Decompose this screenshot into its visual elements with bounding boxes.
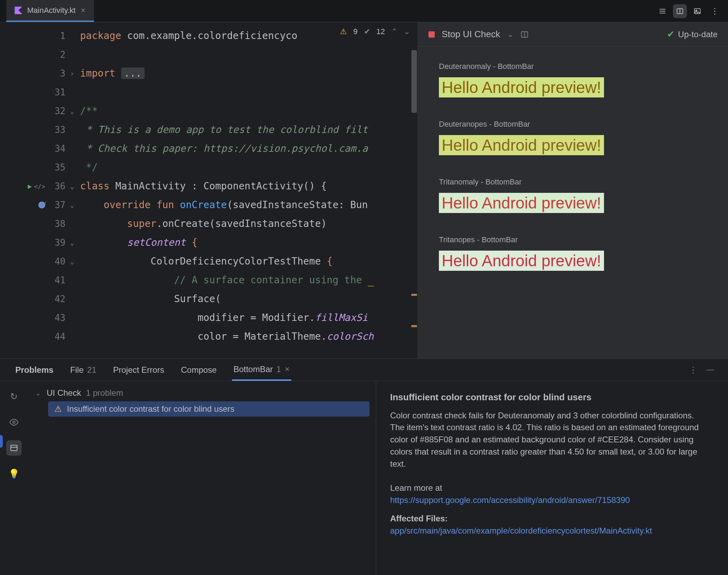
tab-project-errors[interactable]: Project Errors — [112, 359, 166, 381]
ok-count: 12 — [377, 27, 385, 36]
fold-collapse-icon[interactable]: ⌄ — [68, 238, 76, 247]
preview-header: Stop UI Check ⌄ ✔ Up-to-date — [418, 22, 728, 47]
affected-files-label: Affected Files: — [390, 513, 714, 525]
preview-pane: Stop UI Check ⌄ ✔ Up-to-date Deuteranoma… — [418, 22, 728, 359]
warning-badge-icon[interactable]: ⚠ — [340, 27, 347, 36]
scrollbar-warning-mark[interactable] — [411, 325, 417, 327]
detail-paragraph: The item's text contrast ratio is 4.02. … — [390, 422, 714, 470]
line-number: 43 — [48, 313, 65, 323]
line-number: 1 — [48, 31, 65, 41]
more-options-icon[interactable] — [708, 4, 722, 18]
refresh-icon[interactable]: ↻ — [6, 389, 22, 404]
tab-problems[interactable]: Problems — [14, 359, 55, 381]
editor-gutter: 1 2 3› 31 32⌄ 33 34 35 ▶</>36⌄ 37⌄ 38 39… — [0, 22, 80, 359]
tree-item-selected[interactable]: ⚠ Insufficient color contrast for color … — [48, 401, 370, 417]
stop-icon[interactable] — [428, 31, 435, 38]
intention-bulb-icon[interactable]: 💡 — [6, 466, 22, 481]
preview-layout-icon[interactable] — [520, 30, 529, 39]
prev-highlight-icon[interactable]: ⌃ — [391, 27, 397, 36]
line-number: 39 — [48, 237, 65, 248]
preview-dropdown-icon[interactable]: ⌄ — [507, 30, 513, 39]
close-tab-icon[interactable]: ✕ — [285, 365, 290, 373]
tool-window-stripe-marker[interactable] — [0, 435, 3, 448]
ok-badge-icon[interactable]: ✔ — [364, 27, 370, 36]
fold-collapse-icon[interactable]: ⌄ — [68, 182, 76, 190]
details-view-icon[interactable] — [6, 440, 22, 456]
line-number: 34 — [48, 143, 65, 154]
affected-file-link[interactable]: app/src/main/java/com/example/colordefic… — [390, 526, 652, 535]
view-split-icon[interactable] — [673, 4, 687, 18]
svg-point-9 — [13, 421, 15, 424]
line-number: 37 — [48, 200, 65, 210]
override-gutter-icon[interactable] — [38, 202, 45, 208]
main-split: 1 2 3› 31 32⌄ 33 34 35 ▶</>36⌄ 37⌄ 38 39… — [0, 22, 728, 359]
check-icon: ✔ — [667, 29, 675, 40]
line-number: 32 — [48, 106, 65, 116]
view-design-icon[interactable] — [690, 4, 704, 18]
fold-collapse-icon[interactable]: ⌄ — [68, 257, 76, 266]
file-tab-label: MainActivity.kt — [27, 6, 76, 15]
preview-item-label: Deuteranomaly - BottomBar — [439, 62, 707, 71]
line-number: 41 — [48, 275, 65, 285]
panel-options-icon[interactable] — [689, 365, 697, 375]
tab-compose[interactable]: Compose — [179, 359, 218, 381]
fold-collapse-icon[interactable]: ⌄ — [68, 107, 76, 115]
svg-rect-10 — [11, 445, 17, 451]
navigate-icon[interactable]: </> — [34, 183, 45, 190]
tree-group[interactable]: ⌄ UI Check 1 problem — [34, 388, 370, 398]
tab-bottombar[interactable]: BottomBar1✕ — [232, 359, 291, 381]
file-tab-mainactivity[interactable]: MainActivity.kt ✕ — [6, 0, 94, 22]
preview-item[interactable]: Deuteranomaly - BottomBarHello Android p… — [439, 62, 707, 97]
preview-body[interactable]: Deuteranomaly - BottomBarHello Android p… — [418, 47, 728, 359]
run-gutter-icon[interactable]: ▶ — [28, 182, 32, 190]
visibility-icon[interactable] — [6, 415, 22, 430]
problems-tabs: Problems File21 Project Errors Compose B… — [0, 359, 728, 381]
line-number: 36 — [48, 181, 65, 191]
warning-icon: ⚠ — [54, 404, 62, 414]
detail-title: Insufficient color contrast for color bl… — [390, 391, 714, 404]
preview-action-label[interactable]: Stop UI Check — [442, 29, 500, 40]
tree-group-label: UI Check — [47, 388, 81, 398]
code-editor[interactable]: package com.example.colordeficiencyco im… — [80, 22, 418, 359]
preview-status: ✔ Up-to-date — [667, 29, 718, 40]
fold-expand-icon[interactable]: › — [68, 69, 76, 78]
warning-count: 9 — [353, 27, 357, 36]
editor-tabbar: MainActivity.kt ✕ — [0, 0, 728, 22]
preview-item[interactable]: Deuteranopes - BottomBarHello Android pr… — [439, 120, 707, 155]
detail-learn-link[interactable]: https://support.google.com/accessibility… — [390, 495, 630, 505]
line-number: 3 — [48, 68, 65, 79]
line-number: 31 — [48, 87, 65, 97]
preview-item-render: Hello Android preview! — [439, 193, 604, 213]
detail-learn-label: Learn more at — [390, 482, 714, 494]
preview-item-render: Hello Android preview! — [439, 77, 604, 97]
panel-minimize-icon[interactable]: — — [706, 365, 714, 375]
tree-item-label: Insufficient color contrast for color bl… — [67, 404, 234, 414]
line-number: 42 — [48, 294, 65, 304]
preview-item[interactable]: Tritanopes - BottomBarHello Android prev… — [439, 235, 707, 271]
preview-item-render: Hello Android preview! — [439, 251, 604, 271]
tab-file[interactable]: File21 — [69, 359, 98, 381]
scrollbar-warning-mark[interactable] — [411, 294, 417, 296]
preview-item[interactable]: Tritanomaly - BottomBarHello Android pre… — [439, 178, 707, 213]
svg-point-6 — [696, 10, 697, 11]
view-list-icon[interactable] — [656, 4, 669, 18]
line-number: 44 — [48, 331, 65, 342]
editor-scrollbar[interactable] — [411, 50, 417, 355]
chevron-down-icon[interactable]: ⌄ — [34, 389, 42, 397]
line-number: 35 — [48, 162, 65, 173]
preview-item-render: Hello Android preview! — [439, 135, 604, 155]
close-tab-icon[interactable]: ✕ — [80, 7, 86, 14]
line-number: 33 — [48, 125, 65, 135]
editor-inspection-badges[interactable]: ⚠9 ✔12 ⌃ ⌄ — [336, 26, 413, 38]
problems-rail: ↻ 💡 — [0, 381, 28, 575]
preview-status-label: Up-to-date — [678, 30, 718, 39]
scrollbar-thumb[interactable] — [411, 50, 417, 113]
problems-tree: ⌄ UI Check 1 problem ⚠ Insufficient colo… — [28, 381, 376, 575]
detail-paragraph: Color contrast check fails for Deuterano… — [390, 410, 714, 422]
line-number: 40 — [48, 256, 65, 267]
tree-group-count: 1 problem — [86, 388, 123, 398]
fold-collapse-icon[interactable]: ⌄ — [68, 201, 76, 209]
next-highlight-icon[interactable]: ⌄ — [404, 27, 410, 36]
line-number: 38 — [48, 219, 65, 229]
problems-detail: Insufficient color contrast for color bl… — [376, 381, 728, 575]
